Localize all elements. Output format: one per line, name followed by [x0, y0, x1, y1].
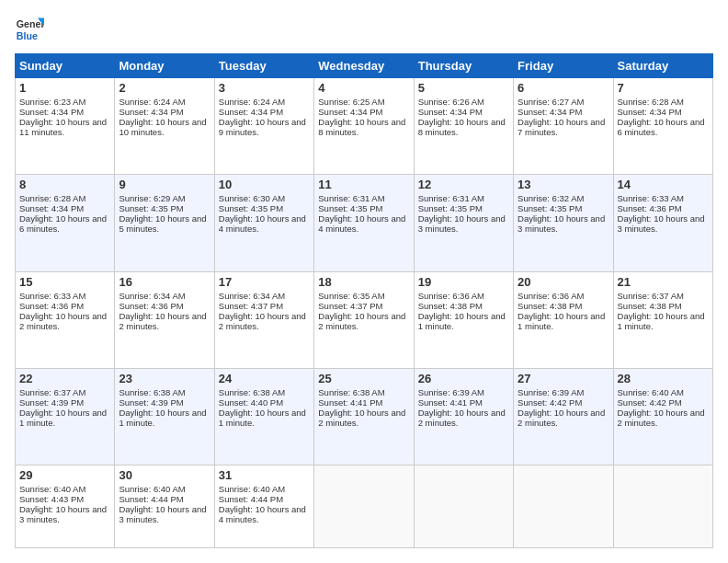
day-number: 27: [518, 372, 609, 385]
svg-text:Blue: Blue: [17, 30, 38, 41]
sunrise: Sunrise: 6:24 AM: [119, 97, 185, 107]
day-number: 18: [318, 275, 409, 289]
daylight-label: Daylight: 10 hours and 4 minutes.: [219, 504, 306, 524]
daylight-label: Daylight: 10 hours and 2 minutes.: [518, 408, 605, 428]
day-number: 2: [119, 81, 210, 95]
day-number: 7: [618, 81, 709, 95]
sunrise: Sunrise: 6:40 AM: [19, 484, 85, 494]
logo: General Blue: [15, 15, 44, 44]
sunset: Sunset: 4:34 PM: [219, 107, 283, 117]
day-number: 26: [418, 372, 509, 385]
calendar-cell: 12Sunrise: 6:31 AMSunset: 4:35 PMDayligh…: [414, 175, 513, 271]
calendar-cell: 20Sunrise: 6:36 AMSunset: 4:38 PMDayligh…: [514, 271, 613, 368]
daylight-label: Daylight: 10 hours and 1 minute.: [418, 311, 506, 331]
daylight-label: Daylight: 10 hours and 3 minutes.: [418, 213, 506, 234]
calendar-cell: 14Sunrise: 6:33 AMSunset: 4:36 PMDayligh…: [613, 175, 712, 271]
day-number: 25: [318, 372, 409, 385]
day-number: 28: [618, 372, 709, 385]
sunset: Sunset: 4:35 PM: [418, 203, 483, 213]
sunrise: Sunrise: 6:33 AM: [19, 291, 85, 301]
daylight-label: Daylight: 10 hours and 1 minute.: [618, 311, 705, 331]
sunrise: Sunrise: 6:39 AM: [518, 387, 584, 397]
calendar-cell: 13Sunrise: 6:32 AMSunset: 4:35 PMDayligh…: [514, 175, 613, 271]
sunset: Sunset: 4:38 PM: [518, 301, 582, 311]
day-number: 5: [418, 81, 509, 95]
calendar-cell: 5Sunrise: 6:26 AMSunset: 4:34 PMDaylight…: [414, 78, 513, 175]
day-number: 14: [618, 178, 709, 191]
calendar: SundayMondayTuesdayWednesdayThursdayFrid…: [15, 53, 713, 548]
daylight-label: Daylight: 10 hours and 2 minutes.: [418, 408, 506, 428]
calendar-cell: 3Sunrise: 6:24 AMSunset: 4:34 PMDaylight…: [214, 78, 313, 175]
daylight-label: Daylight: 10 hours and 6 minutes.: [618, 117, 705, 137]
sunrise: Sunrise: 6:24 AM: [219, 97, 285, 107]
calendar-cell: 16Sunrise: 6:34 AMSunset: 4:36 PMDayligh…: [115, 271, 214, 368]
sunrise: Sunrise: 6:28 AM: [19, 193, 85, 203]
sunrise: Sunrise: 6:40 AM: [618, 387, 684, 397]
calendar-cell: 26Sunrise: 6:39 AMSunset: 4:41 PMDayligh…: [414, 368, 513, 465]
daylight-label: Daylight: 10 hours and 1 minute.: [19, 408, 107, 428]
day-number: 9: [119, 178, 210, 191]
sunrise: Sunrise: 6:34 AM: [219, 291, 285, 301]
sunset: Sunset: 4:39 PM: [19, 397, 84, 408]
day-number: 3: [219, 81, 310, 95]
sunset: Sunset: 4:39 PM: [119, 397, 183, 408]
calendar-cell: 1Sunrise: 6:23 AMSunset: 4:34 PMDaylight…: [16, 78, 115, 175]
day-of-week-header: Friday: [514, 54, 613, 78]
day-number: 6: [518, 81, 609, 95]
day-number: 17: [219, 275, 310, 289]
calendar-cell: 11Sunrise: 6:31 AMSunset: 4:35 PMDayligh…: [314, 175, 414, 271]
calendar-cell: 2Sunrise: 6:24 AMSunset: 4:34 PMDaylight…: [115, 78, 214, 175]
day-of-week-header: Tuesday: [214, 54, 313, 78]
daylight-label: Daylight: 10 hours and 8 minutes.: [318, 117, 405, 137]
daylight-label: Daylight: 10 hours and 6 minutes.: [19, 213, 107, 234]
sunset: Sunset: 4:44 PM: [119, 494, 183, 504]
sunrise: Sunrise: 6:32 AM: [518, 193, 584, 203]
empty-cell: [613, 465, 712, 548]
calendar-cell: 4Sunrise: 6:25 AMSunset: 4:34 PMDaylight…: [314, 78, 414, 175]
daylight-label: Daylight: 10 hours and 2 minutes.: [19, 311, 107, 331]
sunset: Sunset: 4:34 PM: [119, 107, 183, 117]
sunset: Sunset: 4:41 PM: [418, 397, 483, 408]
sunset: Sunset: 4:34 PM: [618, 107, 682, 117]
calendar-cell: 17Sunrise: 6:34 AMSunset: 4:37 PMDayligh…: [214, 271, 313, 368]
sunrise: Sunrise: 6:31 AM: [318, 193, 384, 203]
day-of-week-header: Wednesday: [314, 54, 414, 78]
sunrise: Sunrise: 6:38 AM: [119, 387, 185, 397]
calendar-cell: 8Sunrise: 6:28 AMSunset: 4:34 PMDaylight…: [16, 175, 115, 271]
day-number: 22: [19, 372, 110, 385]
sunset: Sunset: 4:43 PM: [19, 494, 84, 504]
day-number: 11: [318, 178, 409, 191]
daylight-label: Daylight: 10 hours and 1 minute.: [518, 311, 605, 331]
day-number: 15: [19, 275, 110, 289]
daylight-label: Daylight: 10 hours and 4 minutes.: [318, 213, 405, 234]
sunset: Sunset: 4:34 PM: [318, 107, 382, 117]
daylight-label: Daylight: 10 hours and 1 minute.: [219, 408, 306, 428]
sunrise: Sunrise: 6:34 AM: [119, 291, 185, 301]
day-number: 29: [19, 468, 110, 482]
daylight-label: Daylight: 10 hours and 1 minute.: [119, 408, 206, 428]
sunrise: Sunrise: 6:26 AM: [418, 97, 484, 107]
daylight-label: Daylight: 10 hours and 3 minutes.: [518, 213, 605, 234]
sunrise: Sunrise: 6:27 AM: [518, 97, 584, 107]
sunrise: Sunrise: 6:31 AM: [418, 193, 484, 203]
sunrise: Sunrise: 6:29 AM: [119, 193, 185, 203]
sunset: Sunset: 4:36 PM: [119, 301, 183, 311]
daylight-label: Daylight: 10 hours and 2 minutes.: [219, 311, 306, 331]
calendar-cell: 18Sunrise: 6:35 AMSunset: 4:37 PMDayligh…: [314, 271, 414, 368]
calendar-cell: 29Sunrise: 6:40 AMSunset: 4:43 PMDayligh…: [16, 465, 115, 548]
daylight-label: Daylight: 10 hours and 3 minutes.: [618, 213, 705, 234]
day-number: 19: [418, 275, 509, 289]
sunrise: Sunrise: 6:37 AM: [618, 291, 684, 301]
sunset: Sunset: 4:41 PM: [318, 397, 382, 408]
sunset: Sunset: 4:34 PM: [418, 107, 483, 117]
sunset: Sunset: 4:38 PM: [418, 301, 483, 311]
sunrise: Sunrise: 6:23 AM: [19, 97, 85, 107]
day-number: 4: [318, 81, 409, 95]
day-number: 8: [19, 178, 110, 191]
daylight-label: Daylight: 10 hours and 3 minutes.: [19, 504, 107, 524]
sunset: Sunset: 4:34 PM: [518, 107, 582, 117]
sunset: Sunset: 4:44 PM: [219, 494, 283, 504]
sunrise: Sunrise: 6:38 AM: [318, 387, 384, 397]
sunrise: Sunrise: 6:39 AM: [418, 387, 484, 397]
day-number: 24: [219, 372, 310, 385]
